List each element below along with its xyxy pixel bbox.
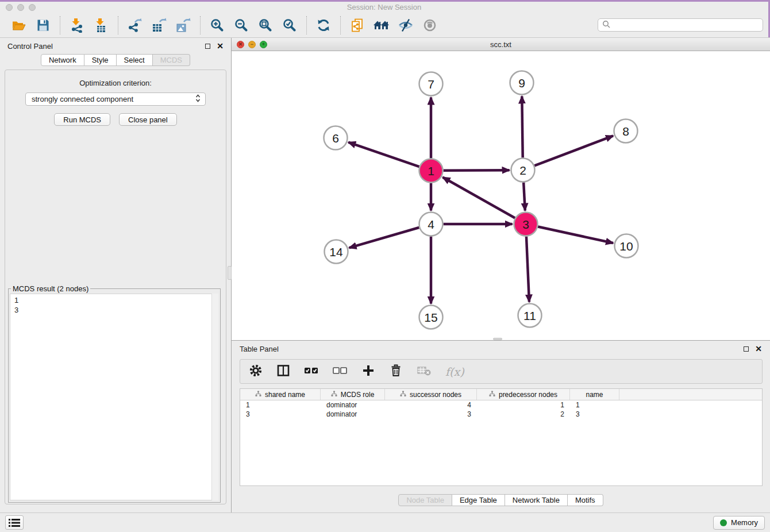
task-history-button[interactable] — [5, 515, 24, 530]
graph-edge-4-14[interactable] — [349, 228, 419, 248]
graph-edge-2-9[interactable] — [522, 96, 522, 157]
show-column-panel-icon[interactable] — [276, 364, 290, 380]
close-panel-button[interactable]: Close panel — [119, 113, 177, 126]
table-row[interactable]: 1dominator411 — [240, 400, 762, 410]
hierarchy-icon — [255, 391, 261, 399]
column-header-successor-nodes[interactable]: successor nodes — [385, 389, 477, 400]
control-panel-tabs: Network Style Select MCDS — [0, 54, 231, 66]
memory-button[interactable]: Memory — [713, 516, 765, 530]
graph-edge-2-8[interactable] — [534, 136, 613, 165]
graph-edge-2-3[interactable] — [523, 182, 525, 210]
svg-text:11: 11 — [523, 309, 536, 322]
table-panel: Table Panel ✕ — [232, 340, 770, 512]
graph-node-14[interactable]: 14 — [325, 240, 348, 264]
export-image-icon[interactable] — [174, 16, 193, 35]
svg-text:7: 7 — [428, 78, 434, 91]
table-panel-title: Table Panel — [240, 345, 279, 353]
float-panel-icon[interactable] — [205, 44, 210, 49]
graph-edge-1-2[interactable] — [443, 170, 509, 171]
graph-node-7[interactable]: 7 — [419, 72, 443, 96]
export-table-icon[interactable] — [149, 16, 169, 35]
node-table: shared nameMCDS rolesuccessor nodesprede… — [240, 388, 763, 486]
graph-edge-3-11[interactable] — [526, 236, 529, 302]
open-session-icon[interactable] — [9, 16, 29, 35]
hide-selected-icon[interactable] — [396, 16, 415, 35]
tab-select[interactable]: Select — [117, 54, 153, 66]
network-canvas[interactable]: 7968124314101511 — [232, 51, 770, 340]
table-cell: dominator — [321, 401, 385, 409]
delete-column-icon[interactable] — [389, 364, 403, 380]
first-neighbors-icon[interactable] — [372, 16, 391, 35]
float-table-panel-icon[interactable] — [744, 346, 749, 352]
optimization-criterion-label: Optimization criterion: — [5, 79, 226, 87]
tab-style[interactable]: Style — [84, 54, 117, 66]
run-mcds-button[interactable]: Run MCDS — [54, 113, 110, 126]
zoom-fit-icon[interactable] — [256, 16, 275, 35]
tab-node-table[interactable]: Node Table — [398, 494, 452, 506]
tab-mcds[interactable]: MCDS — [153, 54, 190, 66]
graph-node-3[interactable]: 3 — [514, 213, 538, 236]
table-cell: dominator — [321, 410, 385, 418]
graph-edge-3-10[interactable] — [538, 227, 613, 243]
add-column-icon[interactable] — [361, 364, 375, 380]
search-input[interactable] — [613, 21, 759, 29]
import-network-icon[interactable] — [67, 16, 87, 35]
zoom-in-icon[interactable] — [207, 16, 227, 35]
delete-table-icon — [417, 365, 432, 379]
search-icon — [602, 20, 610, 30]
graph-node-4[interactable]: 4 — [419, 213, 443, 236]
graph-node-11[interactable]: 11 — [518, 304, 542, 327]
svg-text:14: 14 — [329, 245, 343, 259]
column-header-name[interactable]: name — [570, 389, 619, 400]
network-maximize-button[interactable]: + — [260, 41, 267, 48]
table-cell: 3 — [385, 410, 477, 418]
table-row[interactable]: 3dominator323 — [240, 410, 762, 419]
save-session-icon[interactable] — [33, 16, 53, 35]
hierarchy-icon — [489, 391, 495, 399]
export-network-icon[interactable] — [125, 16, 145, 35]
graph-node-8[interactable]: 8 — [614, 119, 638, 143]
network-window-titlebar[interactable]: scc.txt ✕ − + — [232, 38, 770, 51]
hierarchy-icon — [400, 391, 406, 399]
tab-motifs[interactable]: Motifs — [568, 494, 603, 506]
criterion-dropdown[interactable]: strongly connected component — [25, 92, 206, 106]
mcds-result-list[interactable]: 13 — [10, 294, 218, 500]
graph-node-6[interactable]: 6 — [324, 126, 348, 150]
mcds-result-line: 3 — [14, 305, 214, 315]
column-header-predecessor-nodes[interactable]: predecessor nodes — [477, 389, 570, 400]
settings-gear-icon[interactable] — [249, 364, 263, 380]
search-box[interactable] — [598, 18, 763, 32]
column-header-shared-name[interactable]: shared name — [240, 389, 321, 400]
graph-node-9[interactable]: 9 — [510, 71, 534, 95]
graph-edge-3-1[interactable] — [442, 178, 515, 218]
close-panel-icon[interactable]: ✕ — [217, 42, 224, 50]
column-header-MCDS-role[interactable]: MCDS role — [321, 389, 385, 400]
graph-node-10[interactable]: 10 — [615, 234, 638, 258]
zoom-out-icon[interactable] — [232, 16, 251, 35]
application-window: Session: New Session — [0, 0, 770, 532]
network-minimize-button[interactable]: − — [248, 41, 256, 48]
refresh-icon[interactable] — [314, 16, 333, 35]
svg-text:15: 15 — [424, 311, 437, 324]
unselect-all-icon[interactable] — [333, 365, 348, 378]
table-cell: 3 — [240, 410, 321, 418]
close-table-panel-icon[interactable]: ✕ — [755, 345, 762, 353]
clone-network-icon[interactable] — [348, 16, 367, 35]
tab-network-table[interactable]: Network Table — [505, 494, 568, 506]
network-close-button[interactable]: ✕ — [237, 41, 244, 48]
graph-node-2[interactable]: 2 — [511, 159, 535, 182]
result-scrollbar[interactable] — [211, 294, 218, 500]
import-table-icon[interactable] — [91, 16, 111, 35]
show-all-icon[interactable] — [420, 16, 440, 35]
panel-divider-handle[interactable] — [228, 266, 232, 280]
graph-node-15[interactable]: 15 — [419, 306, 443, 329]
graph-edge-1-6[interactable] — [348, 142, 419, 167]
session-title: Session: New Session — [0, 3, 768, 11]
select-all-icon[interactable] — [304, 365, 319, 378]
tab-edge-table[interactable]: Edge Table — [452, 494, 505, 506]
tab-network[interactable]: Network — [41, 54, 84, 66]
zoom-selected-icon[interactable] — [280, 16, 299, 35]
svg-text:9: 9 — [518, 76, 525, 90]
graph-node-1[interactable]: 1 — [419, 159, 443, 183]
table-body: 1dominator4113dominator323 — [240, 400, 762, 419]
